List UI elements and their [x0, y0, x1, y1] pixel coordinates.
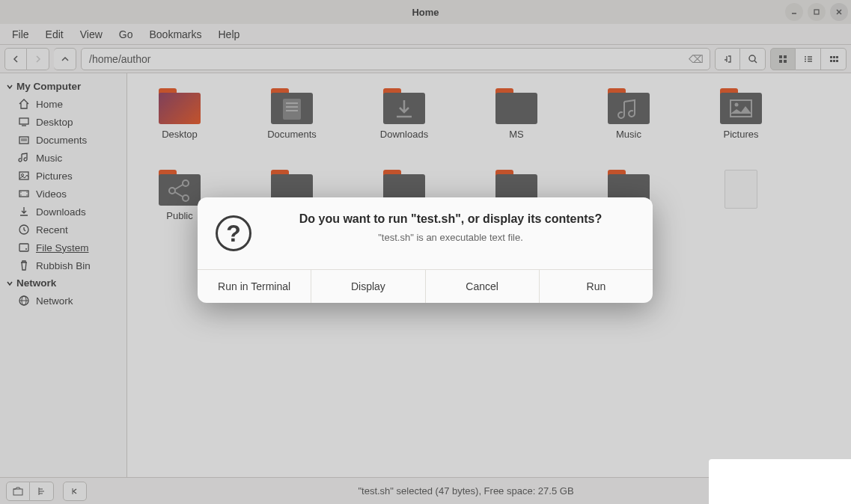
- menu-go[interactable]: Go: [112, 26, 141, 43]
- sidebar-item-label: Network: [36, 295, 73, 307]
- treeview-toggle-button[interactable]: [30, 482, 54, 501]
- svg-rect-21: [836, 60, 838, 62]
- menu-bookmarks[interactable]: Bookmarks: [141, 26, 209, 43]
- maximize-button[interactable]: [808, 3, 826, 21]
- svg-line-49: [175, 185, 183, 189]
- places-toggle-button[interactable]: [6, 482, 30, 501]
- folder-item[interactable]: Music: [599, 88, 659, 140]
- sidebar-item-music[interactable]: Music: [0, 149, 126, 167]
- sidebar-section-header[interactable]: My Computer: [0, 78, 126, 95]
- search-button[interactable]: [740, 48, 766, 70]
- sidebar-section-header[interactable]: Network: [0, 274, 126, 292]
- sidebar-item-pictures[interactable]: Pictures: [0, 167, 126, 185]
- sidebar-item-network[interactable]: Network: [0, 292, 126, 310]
- sidebar-item-recent[interactable]: Recent: [0, 221, 126, 239]
- file-icon: [725, 170, 757, 209]
- display-button[interactable]: Display: [311, 270, 425, 303]
- menubar: File Edit View Go Bookmarks Help: [0, 24, 851, 45]
- icon-view-button[interactable]: [770, 48, 796, 70]
- run-terminal-button[interactable]: Run in Terminal: [198, 270, 311, 303]
- close-sidebar-button[interactable]: [63, 482, 87, 501]
- svg-rect-20: [833, 60, 835, 62]
- minimize-button[interactable]: [785, 3, 803, 21]
- sidebar-item-label: File System: [36, 242, 89, 253]
- folder-icon: [383, 88, 425, 124]
- svg-point-30: [20, 191, 21, 192]
- svg-point-12: [805, 58, 806, 60]
- window-controls: [785, 3, 848, 21]
- svg-rect-18: [836, 56, 838, 58]
- folder-item[interactable]: Documents: [262, 88, 322, 140]
- sidebar-item-videos[interactable]: Videos: [0, 185, 126, 203]
- window-title: Home: [412, 7, 439, 18]
- svg-point-4: [749, 55, 755, 61]
- svg-rect-40: [283, 99, 301, 120]
- svg-point-45: [735, 103, 739, 107]
- svg-line-5: [754, 61, 757, 63]
- menu-view[interactable]: View: [73, 26, 110, 43]
- download-icon: [18, 206, 30, 218]
- svg-rect-35: [19, 244, 28, 251]
- file-label: Documents: [267, 129, 317, 140]
- svg-rect-22: [19, 118, 28, 124]
- folder-icon: [720, 88, 762, 124]
- compact-view-button[interactable]: [821, 48, 847, 70]
- svg-rect-29: [19, 191, 28, 197]
- run-button[interactable]: Run: [540, 270, 653, 303]
- svg-rect-1: [814, 10, 819, 14]
- svg-point-33: [26, 194, 27, 195]
- sidebar-item-label: Recent: [36, 224, 68, 236]
- up-button[interactable]: [54, 48, 76, 70]
- sidebar-item-desktop[interactable]: Desktop: [0, 113, 126, 131]
- overlay-panel: [709, 459, 851, 504]
- sidebar-item-label: Music: [36, 153, 62, 164]
- folder-item[interactable]: Downloads: [374, 88, 434, 140]
- sidebar-item-file-system[interactable]: File System: [0, 239, 126, 256]
- sidebar-item-label: Home: [36, 99, 63, 110]
- sidebar-item-label: Documents: [36, 135, 87, 146]
- sidebar-item-home[interactable]: Home: [0, 95, 126, 113]
- list-view-button[interactable]: [796, 48, 821, 70]
- sidebar-item-label: Pictures: [36, 170, 73, 182]
- sidebar-item-downloads[interactable]: Downloads: [0, 203, 126, 221]
- svg-point-31: [20, 194, 21, 195]
- sidebar: My ComputerHomeDesktopDocumentsMusicPict…: [0, 73, 127, 477]
- svg-point-48: [183, 195, 189, 201]
- svg-point-47: [169, 188, 175, 194]
- cancel-button[interactable]: Cancel: [426, 270, 540, 303]
- clear-path-icon[interactable]: ⌫: [689, 53, 704, 65]
- music-icon: [18, 152, 30, 164]
- video-icon: [18, 188, 30, 200]
- folder-item[interactable]: MS: [486, 88, 546, 140]
- svg-rect-16: [830, 56, 832, 58]
- sidebar-item-documents[interactable]: Documents: [0, 131, 126, 149]
- svg-line-50: [175, 192, 183, 197]
- close-button[interactable]: [830, 3, 848, 21]
- svg-point-14: [805, 61, 806, 62]
- menu-help[interactable]: Help: [211, 26, 248, 43]
- forward-button[interactable]: [27, 48, 49, 70]
- executable-dialog: ? Do you want to run "test.sh", or displ…: [198, 197, 653, 303]
- pictures-icon: [18, 170, 30, 182]
- svg-rect-6: [779, 55, 782, 58]
- svg-point-46: [183, 180, 189, 186]
- back-button[interactable]: [4, 48, 27, 70]
- menu-edit[interactable]: Edit: [38, 26, 71, 43]
- dialog-title: Do you want to run "test.sh", or display…: [266, 212, 635, 226]
- file-label: Desktop: [162, 129, 198, 140]
- trash-icon: [18, 259, 30, 271]
- menu-file[interactable]: File: [4, 26, 37, 43]
- path-input[interactable]: /home/author ⌫: [81, 48, 710, 70]
- toggle-location-button[interactable]: [715, 48, 740, 70]
- svg-rect-51: [13, 489, 22, 495]
- folder-icon: [608, 88, 650, 124]
- folder-item[interactable]: Pictures: [711, 88, 771, 140]
- file-item[interactable]: [711, 170, 771, 221]
- file-label: Public: [166, 210, 192, 221]
- file-label: Downloads: [380, 129, 428, 140]
- folder-item[interactable]: Desktop: [150, 88, 210, 140]
- sidebar-item-rubbish-bin[interactable]: Rubbish Bin: [0, 256, 126, 274]
- sidebar-item-label: Downloads: [36, 206, 86, 218]
- titlebar: Home: [0, 0, 851, 24]
- folder-icon: [271, 88, 313, 124]
